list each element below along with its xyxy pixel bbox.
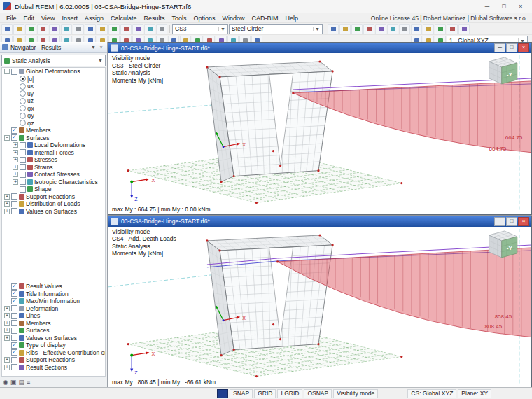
construction-stage-combo[interactable]: CS3 ▼ [172, 24, 228, 34]
expand-icon[interactable]: + [4, 313, 10, 318]
status-toggle-lgrid[interactable]: LGRID [277, 389, 302, 398]
menu-cad-bim[interactable]: CAD-BIM [248, 15, 282, 22]
menu-view[interactable]: View [38, 15, 58, 22]
open-icon[interactable] [13, 24, 24, 34]
add-ons-icon[interactable] [423, 24, 434, 34]
checkbox[interactable] [11, 328, 18, 334]
checkbox[interactable] [11, 290, 18, 297]
restore-icon[interactable]: □ [506, 43, 517, 52]
checkbox[interactable] [11, 193, 18, 200]
expand-icon[interactable]: + [4, 335, 10, 341]
save-icon[interactable] [25, 24, 36, 34]
tree-item-shape[interactable]: Shape [2, 186, 105, 193]
tree-item-distribution-of-loads[interactable]: +Distribution of Loads [2, 200, 105, 208]
checkbox[interactable] [11, 201, 18, 207]
tree-item-internal-forces[interactable]: +Internal Forces [2, 149, 105, 157]
expand-icon[interactable]: + [4, 328, 10, 333]
expand-icon[interactable]: + [13, 179, 18, 185]
tree-item-x[interactable]: φx [2, 105, 105, 113]
expand-icon[interactable]: + [13, 172, 18, 177]
clipboard-icon[interactable] [351, 24, 363, 34]
model-3d-view-1[interactable]: 664.75664.75XXZ-Y Visibility mode CS3 - … [108, 53, 531, 214]
checkbox[interactable] [11, 342, 18, 349]
menu-assign[interactable]: Assign [81, 15, 107, 22]
checkbox[interactable] [11, 208, 18, 214]
expand-icon[interactable]: + [4, 357, 10, 363]
panel-options-icon[interactable]: ≡ [27, 378, 30, 387]
close-panel-icon[interactable]: × [97, 44, 105, 50]
tree-item-isotropic-characteristics[interactable]: +Isotropic Characteristics [2, 178, 105, 186]
checkbox[interactable] [20, 178, 26, 185]
checkbox[interactable] [20, 172, 26, 178]
viewport-1-title-bar[interactable]: 03-CSA-Bridge-Hinge-START.rf6* ─ □ × [108, 43, 531, 53]
tree-item-values-on-surfaces[interactable]: +Values on Surfaces [2, 335, 105, 342]
status-coordinate-system[interactable]: CS: Global XYZ [407, 389, 456, 398]
loads-icon[interactable] [144, 24, 155, 34]
results-toggle-icon[interactable] [156, 24, 167, 34]
tree-item-y[interactable]: φy [2, 112, 105, 120]
checkbox[interactable] [11, 313, 18, 319]
status-toggle-snap[interactable]: SNAP [230, 389, 253, 398]
tree-item-stresses[interactable]: +Stresses [2, 156, 105, 164]
expand-icon[interactable]: + [13, 150, 18, 155]
checkbox[interactable] [20, 164, 26, 170]
tree-item-local-deformations[interactable]: +Local Deformations [2, 141, 105, 149]
display-mode-icon[interactable]: ▤ [18, 378, 24, 387]
menu-file[interactable]: File [3, 15, 20, 22]
tree-item-surfaces[interactable]: −Surfaces [2, 134, 105, 142]
restore-icon[interactable]: □ [506, 217, 517, 226]
new-icon[interactable] [1, 24, 13, 34]
copy-icon[interactable] [85, 24, 96, 34]
navigator-header[interactable]: Navigator - Results ▾ × [0, 42, 107, 53]
menu-insert[interactable]: Insert [58, 15, 81, 22]
settings-icon[interactable] [399, 24, 410, 34]
checkbox[interactable] [11, 127, 18, 134]
radio-button[interactable] [20, 98, 26, 104]
expand-icon[interactable]: + [4, 201, 10, 206]
tree-item-support-reactions[interactable]: +Support Reactions [2, 193, 105, 201]
page-setup-icon[interactable] [49, 24, 60, 34]
minimize-icon[interactable]: ─ [479, 1, 496, 12]
expand-icon[interactable]: + [13, 142, 18, 148]
checkbox[interactable] [11, 69, 18, 75]
menu-edit[interactable]: Edit [20, 15, 38, 22]
checkbox[interactable] [11, 357, 18, 363]
tree-item-contact-stresses[interactable]: +Contact Stresses [2, 171, 105, 178]
maximize-icon[interactable]: □ [496, 1, 512, 12]
units-icon[interactable] [411, 24, 422, 34]
tree-item-uy[interactable]: uy [2, 90, 105, 98]
expand-icon[interactable]: + [13, 164, 18, 170]
calculate-all-icon[interactable] [132, 24, 144, 34]
status-toggle-visibility-mode[interactable]: Visibility mode [333, 389, 378, 398]
close-icon[interactable]: × [518, 43, 529, 52]
tree-item-lines[interactable]: +Lines [2, 312, 105, 320]
menu-help[interactable]: Help [282, 15, 302, 22]
tree-item-members[interactable]: Members [2, 127, 105, 134]
analysis-type-combo[interactable]: Static Analysis ▼ [1, 55, 106, 66]
expand-icon[interactable]: + [13, 157, 18, 162]
checkbox[interactable] [20, 149, 26, 155]
snapshot-icon[interactable]: ▣ [10, 378, 17, 387]
graphics-printout-icon[interactable] [328, 24, 339, 34]
scripts-icon[interactable] [435, 24, 446, 34]
radio-button[interactable] [20, 83, 26, 90]
minimize-icon[interactable]: ─ [494, 217, 505, 226]
model-3d-view-2[interactable]: 808.45808.45XXZ-Y Visibility mode CS4 - … [108, 227, 531, 388]
close-icon[interactable]: × [518, 217, 529, 226]
tree-item-type-of-display[interactable]: Type of display [2, 342, 105, 349]
tree-item-uz[interactable]: uz [2, 97, 105, 105]
radio-button[interactable] [20, 90, 26, 97]
screenshot-icon[interactable] [363, 24, 374, 34]
tree-item-strains[interactable]: +Strains [2, 164, 105, 172]
tree-item-max-min-information[interactable]: Max/Min Information [2, 298, 105, 305]
status-toggle-grid[interactable]: GRID [254, 389, 276, 398]
tree-item-members[interactable]: +Members [2, 320, 105, 328]
checkbox[interactable] [11, 305, 18, 312]
mass-print-icon[interactable] [340, 24, 351, 34]
menu-window[interactable]: Window [219, 15, 248, 22]
menu-results[interactable]: Results [140, 15, 168, 22]
zoom-icon[interactable] [387, 24, 398, 34]
menu-calculate[interactable]: Calculate [107, 15, 141, 22]
find-icon[interactable] [375, 24, 386, 34]
expand-icon[interactable]: + [4, 306, 10, 312]
